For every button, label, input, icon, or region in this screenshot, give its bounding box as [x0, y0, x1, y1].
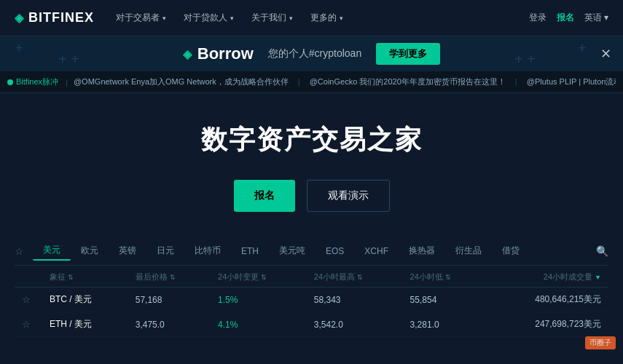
tab-usd[interactable]: 美元	[33, 241, 71, 261]
banner-logo-icon: ◈	[183, 47, 192, 61]
sort-icon-active[interactable]: ▼	[595, 274, 601, 281]
nav-left: ◈ BITFINEX 对于交易者 ▾ 对于贷款人 ▾ 关于我们 ▾ 更多的 ▾	[15, 7, 350, 28]
ticker-item: @Plutus PLIP | Pluton流动	[527, 77, 616, 86]
logo-text: BITFINEX	[28, 10, 94, 25]
market-table: 象征 ⇅ 最后价格 ⇅ 24小时变更 ⇅ 24小时最高 ⇅ 24小时低	[15, 266, 608, 337]
col-symbol: 象征 ⇅	[42, 266, 128, 288]
ticker-label: Bitfinex脉冲	[16, 76, 58, 87]
sort-icon[interactable]: ⇅	[357, 274, 363, 281]
chevron-down-icon: ▾	[162, 15, 166, 22]
table-row: ☆ ETH / 美元 3,475.0 4.1% 3,542.0 3,281.0 …	[15, 312, 608, 337]
tab-jpy[interactable]: 日元	[146, 242, 184, 260]
search-icon[interactable]: 🔍	[596, 245, 608, 257]
logo-icon: ◈	[15, 11, 24, 25]
tab-gbp[interactable]: 英镑	[109, 242, 146, 260]
ticker-item: @CoinGecko 我们的2020年年度加密货币报告在这里！	[310, 77, 506, 86]
ticker-item: @OMGnetwork Enya加入OMG Network，成为战略合作伙伴	[74, 77, 289, 86]
tab-btc[interactable]: 比特币	[184, 242, 231, 260]
last-price: 57,168	[128, 288, 211, 312]
ticker-live-indicator: Bitfinex脉冲	[7, 76, 58, 87]
row-favorite-icon[interactable]: ☆	[22, 294, 35, 305]
decorative-plus: +	[15, 40, 23, 57]
high: 58,343	[307, 288, 403, 312]
market-tabs: ☆ 美元 欧元 英镑 日元 比特币 ETH 美元吨 EOS XCHF 换热器	[15, 241, 608, 266]
nav-item-more[interactable]: 更多的 ▾	[303, 7, 350, 28]
price-change: 1.5%	[218, 295, 238, 305]
nav-menu: 对于交易者 ▾ 对于贷款人 ▾ 关于我们 ▾ 更多的 ▾	[109, 7, 350, 28]
low: 3,281.0	[403, 312, 487, 337]
top-nav: ◈ BITFINEX 对于交易者 ▾ 对于贷款人 ▾ 关于我们 ▾ 更多的 ▾ …	[0, 0, 623, 36]
tab-eos[interactable]: EOS	[316, 243, 354, 259]
nav-right: 登录 报名 英语 ▾	[529, 12, 608, 24]
table-row: ☆ BTC / 美元 57,168 1.5% 58,343 55,854 480…	[15, 288, 608, 312]
sort-icon[interactable]: ⇅	[261, 274, 267, 281]
tab-eth[interactable]: ETH	[231, 243, 269, 259]
tab-derivatives[interactable]: 衍生品	[445, 242, 492, 260]
decorative-plus: + +	[58, 51, 79, 68]
last-price: 3,475.0	[128, 312, 211, 337]
col-high: 24小时最高 ⇅	[307, 266, 403, 288]
tab-exchange[interactable]: 换热器	[399, 242, 445, 260]
tab-usdt[interactable]: 美元吨	[269, 242, 316, 260]
pair-name[interactable]: BTC / 美元	[50, 294, 92, 304]
hero-buttons: 报名 观看演示	[234, 180, 390, 212]
signup-button[interactable]: 报名	[234, 180, 295, 212]
tab-eur[interactable]: 欧元	[71, 242, 109, 260]
sort-icon[interactable]: ⇅	[170, 274, 176, 281]
volume: 480,646,215美元	[487, 288, 608, 312]
col-low: 24小时低 ⇅	[403, 266, 487, 288]
logo: ◈ BITFINEX	[15, 10, 94, 25]
language-selector[interactable]: 英语 ▾	[584, 12, 608, 24]
nav-item-about[interactable]: 关于我们 ▾	[244, 7, 300, 28]
live-dot	[7, 79, 13, 85]
favorites-star-icon[interactable]: ☆	[15, 245, 24, 257]
row-favorite-icon[interactable]: ☆	[22, 319, 35, 330]
banner-subtitle: 您的个人#cryptoloan	[268, 47, 361, 60]
price-change: 4.1%	[218, 320, 238, 330]
banner-logo: ◈ Borrow	[183, 44, 254, 63]
nav-item-traders[interactable]: 对于交易者 ▾	[109, 7, 173, 28]
decorative-plus: +	[578, 40, 587, 57]
demo-button[interactable]: 观看演示	[307, 180, 390, 212]
decorative-plus: + +	[514, 51, 536, 68]
login-button[interactable]: 登录	[529, 12, 546, 24]
chevron-down-icon: ▾	[230, 15, 234, 22]
news-ticker: Bitfinex脉冲 | @OMGnetwork Enya加入OMG Netwo…	[0, 71, 623, 93]
hero-title: 数字资产交易之家	[201, 122, 423, 158]
col-last-price: 最后价格 ⇅	[128, 266, 211, 288]
banner-title: Borrow	[197, 44, 254, 63]
promo-banner: + + + + + + ◈ Borrow 您的个人#cryptoloan 学到更…	[0, 36, 623, 71]
ticker-text: @OMGnetwork Enya加入OMG Network，成为战略合作伙伴 |…	[74, 76, 616, 87]
tab-xchf[interactable]: XCHF	[354, 243, 399, 259]
volume: 247,698,723美元	[487, 312, 608, 337]
tab-lending[interactable]: 借贷	[492, 242, 530, 260]
chevron-down-icon: ▾	[604, 12, 608, 23]
hero-section: 数字资产交易之家 报名 观看演示	[0, 93, 623, 234]
sort-icon[interactable]: ⇅	[68, 274, 74, 281]
col-change: 24小时变更 ⇅	[211, 266, 307, 288]
chevron-down-icon: ▾	[340, 15, 343, 22]
nav-item-lenders[interactable]: 对于贷款人 ▾	[176, 7, 241, 28]
banner-learn-more-button[interactable]: 学到更多	[376, 43, 440, 65]
watermark: 币圈子	[585, 336, 616, 349]
banner-close-button[interactable]: ✕	[600, 46, 611, 62]
register-button[interactable]: 报名	[557, 12, 574, 24]
high: 3,542.0	[307, 312, 403, 337]
col-volume: 24小时成交量 ▼	[487, 266, 608, 288]
chevron-down-icon: ▾	[289, 15, 293, 22]
pair-name[interactable]: ETH / 美元	[50, 319, 92, 329]
low: 55,854	[403, 288, 487, 312]
sort-icon[interactable]: ⇅	[445, 274, 451, 281]
market-section: ☆ 美元 欧元 英镑 日元 比特币 ETH 美元吨 EOS XCHF 换热器	[0, 234, 623, 337]
